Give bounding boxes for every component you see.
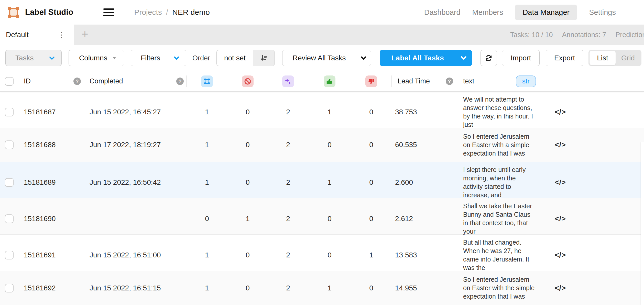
row-filler [576,271,644,305]
task-id: 15181691 [19,235,85,276]
row-checkbox[interactable] [5,178,14,187]
text-snippet: Shall we take the Easter Bunny and Santa… [463,202,536,236]
filters-dropdown[interactable]: Filters [131,50,186,66]
view-source-icon[interactable]: </> [545,271,576,305]
column-header-accepted-annotations[interactable] [308,71,351,91]
select-all-checkbox[interactable] [5,77,14,86]
stat-predictions: Predictions: 20 [615,31,644,39]
rejected-count-value: 0 [351,128,391,162]
label-studio-logo-icon [8,6,19,18]
table-row[interactable]: 15181689 Jun 15 2022, 16:50:42 1 0 2 1 0… [0,162,644,198]
hamburger-menu-icon[interactable] [103,8,114,17]
export-button[interactable]: Export [546,50,583,66]
sort-direction-button[interactable] [253,50,275,66]
row-checkbox[interactable] [5,214,14,223]
tab-label: Default [6,31,29,39]
add-tab-button[interactable]: + [80,28,90,41]
predictions-count-value: 2 [268,92,308,133]
export-button-label: Export [554,54,575,62]
text-snippet: We will not attempt to answer these ques… [463,95,536,129]
row-checkbox[interactable] [5,251,14,259]
help-icon[interactable]: ? [176,78,184,85]
refresh-button[interactable] [481,50,497,66]
table-row[interactable]: 15181692 Jun 15 2022, 16:51:15 1 0 2 1 0… [0,271,644,305]
table-row[interactable]: 15181687 Jun 15 2022, 16:45:27 1 0 2 1 0… [0,92,644,128]
view-source-icon[interactable]: </> [545,162,576,203]
tab-default[interactable]: Default ⋮ [0,25,74,45]
lead-time-value: 38.753 [391,92,457,133]
column-label-id: ID [24,77,31,85]
view-grid-button[interactable]: Grid [616,54,640,62]
view-source-icon[interactable]: </> [545,92,576,133]
column-header-completed[interactable]: Completed ? [85,71,187,91]
refresh-icon [485,54,493,62]
tab-options-kebab-icon[interactable]: ⋮ [56,30,67,40]
nav-dashboard[interactable]: Dashboard [424,8,461,17]
label-dropdown-toggle[interactable] [455,50,472,66]
column-header-annotations-count[interactable] [187,71,227,91]
import-button[interactable]: Import [502,50,540,66]
column-header-filler [576,71,644,91]
import-button-label: Import [511,54,531,62]
column-header-predictions-count[interactable] [268,71,308,91]
view-source-icon[interactable]: </> [545,128,576,162]
text-snippet: So I entered Jerusalem on Easter with a … [463,132,536,158]
annotations-count-value: 1 [187,271,227,305]
columns-dropdown[interactable]: Columns [69,50,124,66]
lead-time-value: 2.612 [391,198,457,239]
column-header-id[interactable]: ID ? [19,71,85,91]
nav-data-manager[interactable]: Data Manager [515,5,577,20]
breadcrumb-current-project: NER demo [172,8,210,17]
task-id: 15181687 [19,92,85,133]
table-row[interactable]: 15181691 Jun 15 2022, 16:51:00 1 0 2 0 1… [0,235,644,271]
rejected-count-value: 0 [351,162,391,203]
vertical-scrollbar[interactable] [641,142,644,305]
row-checkbox[interactable] [5,284,14,292]
breadcrumb-projects[interactable]: Projects [134,8,162,17]
rejected-count-value: 0 [351,198,391,239]
thumbs-up-icon [324,75,335,87]
predictions-count-value: 2 [268,128,308,162]
column-header-cancelled-annotations[interactable] [227,71,268,91]
chevron-down-icon [460,55,467,61]
cancelled-count-value: 0 [227,271,268,305]
column-header-rejected-annotations[interactable] [351,71,391,91]
thumbs-down-icon [365,75,377,87]
nav-members[interactable]: Members [472,8,503,17]
review-all-tasks-button[interactable]: Review All Tasks [282,50,371,66]
text-cell: But all that changed. When he was 27, he… [457,235,545,276]
accepted-count-value: 1 [308,271,351,305]
row-filler [576,92,644,133]
app-logo[interactable]: Label Studio [0,6,73,18]
row-checkbox[interactable] [5,140,14,149]
tasks-dropdown[interactable]: Tasks [5,50,62,66]
text-cell: Shall we take the Easter Bunny and Santa… [457,198,545,239]
nav-settings[interactable]: Settings [589,8,616,17]
review-dropdown-toggle[interactable] [356,50,371,66]
view-source-icon[interactable]: </> [545,235,576,276]
review-all-tasks-label: Review All Tasks [282,54,356,62]
order-value-button[interactable]: not set [216,50,275,66]
rejected-count-value: 0 [351,271,391,305]
help-icon[interactable]: ? [73,78,81,85]
app-title: Label Studio [25,8,73,17]
column-header-lead-time[interactable]: Lead Time ? [391,71,457,91]
table-row[interactable]: 15181688 Jun 17 2022, 18:19:27 1 0 2 0 0… [0,128,644,162]
caret-down-icon [112,55,117,61]
text-cell: So I entered Jerusalem on Easter with a … [457,128,545,162]
chevron-down-icon [49,55,55,61]
text-cell: We will not attempt to answer these ques… [457,92,545,133]
table-row[interactable]: 15181690 0 1 2 0 0 2.612 Shall we take t… [0,198,644,235]
lead-time-value: 13.583 [391,235,457,276]
column-label-lead-time: Lead Time [398,77,430,85]
row-select-cell [0,271,19,305]
tab-bar: Default ⋮ + Tasks: 10 / 10 Annotations: … [0,25,644,45]
row-checkbox[interactable] [5,108,14,116]
rejected-count-value: 0 [351,92,391,133]
help-icon[interactable]: ? [446,78,453,85]
column-header-text[interactable]: text str [457,71,545,91]
label-all-tasks-button[interactable]: Label All Tasks [380,50,472,66]
view-list-button[interactable]: List [590,51,616,65]
view-toggle: List Grid [588,50,641,66]
view-source-icon[interactable]: </> [545,198,576,239]
